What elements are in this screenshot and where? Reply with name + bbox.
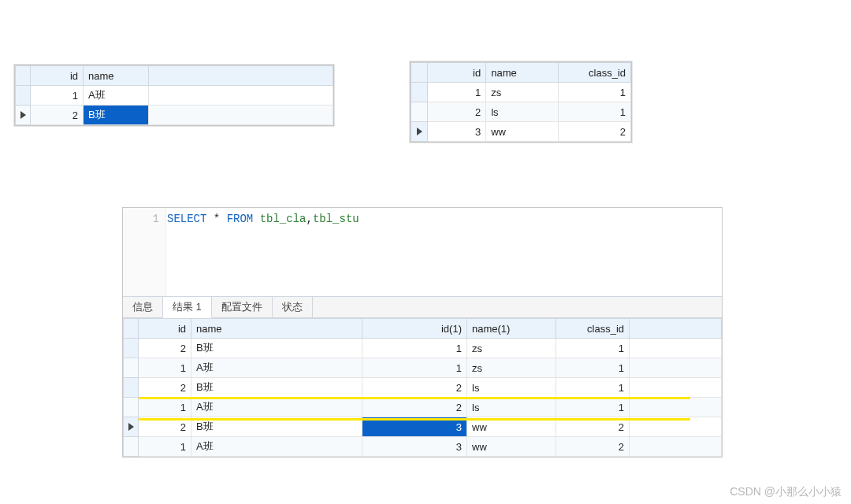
- cell-id1[interactable]: 3: [362, 437, 467, 457]
- row-indicator: [16, 86, 31, 106]
- cell-id[interactable]: 3: [428, 122, 486, 142]
- cell-name1[interactable]: ls: [467, 378, 556, 398]
- cell-class-id[interactable]: 1: [556, 339, 630, 358]
- current-row-icon: [417, 128, 422, 135]
- cell-id1[interactable]: 1: [362, 358, 467, 378]
- cell-id[interactable]: 1: [139, 437, 191, 457]
- sql-keyword: SELECT: [167, 213, 206, 225]
- sql-identifier: tbl_cla: [260, 213, 307, 225]
- col-name1[interactable]: name(1): [467, 319, 556, 339]
- cell-id1[interactable]: 1: [362, 339, 467, 358]
- cell-id[interactable]: 1: [139, 398, 191, 417]
- sql-keyword: FROM: [227, 213, 254, 225]
- tab-status[interactable]: 状态: [273, 297, 313, 317]
- cell-filler: [149, 106, 333, 125]
- row-indicator: [411, 83, 428, 102]
- code-line[interactable]: SELECT * FROM tbl_cla,tbl_stu: [123, 208, 722, 230]
- line-gutter: 1: [123, 208, 166, 296]
- col-class-id[interactable]: class_id: [556, 319, 630, 339]
- table-row[interactable]: 2 B班 2 ls 1: [124, 378, 722, 398]
- table-row[interactable]: 1 zs 1: [411, 83, 631, 102]
- tab-info[interactable]: 信息: [123, 297, 163, 317]
- result-tabs: 信息 结果 1 配置文件 状态: [123, 296, 722, 318]
- cell-name[interactable]: zs: [486, 83, 559, 102]
- cell-class-id[interactable]: 1: [559, 83, 631, 102]
- tbl-cla-grid: id name 1 A班 2 B班: [14, 65, 334, 126]
- cell-id[interactable]: 2: [428, 102, 486, 122]
- sql-editor[interactable]: 1 SELECT * FROM tbl_cla,tbl_stu: [123, 208, 722, 296]
- row-indicator: [411, 122, 428, 142]
- cell-name[interactable]: A班: [84, 86, 149, 106]
- watermark: CSDN @小那么小小猿: [730, 485, 842, 499]
- highlight-line: [139, 418, 690, 421]
- cell-id[interactable]: 2: [139, 378, 191, 398]
- cell-name[interactable]: ww: [486, 122, 559, 142]
- result-table[interactable]: id name id(1) name(1) class_id 2 B班 1 zs…: [123, 318, 722, 457]
- col-filler: [149, 66, 333, 86]
- current-row-icon: [20, 111, 26, 119]
- col-class-id[interactable]: class_id: [559, 63, 631, 83]
- table-row[interactable]: 2 ls 1: [411, 102, 631, 122]
- cell-class-id[interactable]: 2: [559, 122, 631, 142]
- col-name[interactable]: name: [84, 66, 149, 86]
- table-row[interactable]: 1 A班 3 ww 2: [124, 437, 722, 457]
- cell-name[interactable]: B班: [84, 106, 149, 125]
- cell-id[interactable]: 1: [31, 86, 84, 106]
- col-name[interactable]: name: [191, 319, 362, 339]
- cell-name1[interactable]: zs: [467, 339, 556, 358]
- cell-id[interactable]: 1: [139, 358, 191, 378]
- sql-comma: ,: [306, 213, 312, 225]
- table-row[interactable]: 1 A班 2 ls 1: [124, 398, 722, 417]
- cell-name[interactable]: A班: [191, 358, 362, 378]
- row-header-blank: [124, 319, 139, 339]
- cell-id[interactable]: 2: [31, 106, 84, 125]
- row-header-blank: [16, 66, 31, 86]
- col-id1[interactable]: id(1): [362, 319, 467, 339]
- current-row-icon: [128, 423, 134, 431]
- cell-id[interactable]: 2: [139, 339, 191, 358]
- cell-name1[interactable]: zs: [467, 358, 556, 378]
- col-filler: [630, 319, 722, 339]
- cell-name[interactable]: A班: [191, 398, 362, 417]
- cell-class-id[interactable]: 1: [559, 102, 631, 122]
- highlight-line: [139, 397, 690, 399]
- cell-id1[interactable]: 2: [362, 398, 467, 417]
- cell-class-id[interactable]: 1: [556, 358, 630, 378]
- tbl-stu-grid: id name class_id 1 zs 1 2 ls 1 3 ww 2: [410, 61, 632, 143]
- col-id[interactable]: id: [139, 319, 191, 339]
- cell-name[interactable]: B班: [191, 378, 362, 398]
- tab-result-1[interactable]: 结果 1: [163, 297, 212, 318]
- table-row[interactable]: 1 A班 1 zs 1: [124, 358, 722, 378]
- col-id[interactable]: id: [31, 66, 84, 86]
- cell-name1[interactable]: ww: [467, 437, 556, 457]
- table-row[interactable]: 2 B班: [16, 106, 333, 125]
- row-indicator: [16, 106, 31, 125]
- sql-identifier: tbl_stu: [313, 213, 359, 225]
- tbl-cla-table[interactable]: id name 1 A班 2 B班: [15, 65, 333, 125]
- cell-class-id[interactable]: 1: [556, 378, 630, 398]
- line-number: 1: [123, 213, 159, 225]
- cell-name[interactable]: ls: [486, 102, 559, 122]
- cell-name1[interactable]: ls: [467, 398, 556, 417]
- cell-name[interactable]: B班: [191, 339, 362, 358]
- tab-profile[interactable]: 配置文件: [212, 297, 273, 317]
- col-name[interactable]: name: [486, 63, 559, 83]
- cell-class-id[interactable]: 2: [556, 437, 630, 457]
- cell-filler: [149, 86, 333, 106]
- sql-star: *: [214, 213, 220, 225]
- table-row[interactable]: 2 B班 1 zs 1: [124, 339, 722, 358]
- table-row[interactable]: 3 ww 2: [411, 122, 631, 142]
- cell-class-id[interactable]: 1: [556, 398, 630, 417]
- col-id[interactable]: id: [428, 63, 486, 83]
- cell-id[interactable]: 1: [428, 83, 486, 102]
- row-indicator: [411, 102, 428, 122]
- cell-name[interactable]: A班: [191, 437, 362, 457]
- tbl-stu-table[interactable]: id name class_id 1 zs 1 2 ls 1 3 ww 2: [411, 62, 631, 142]
- cell-id1[interactable]: 2: [362, 378, 467, 398]
- row-header-blank: [411, 63, 428, 83]
- table-row[interactable]: 1 A班: [16, 86, 333, 106]
